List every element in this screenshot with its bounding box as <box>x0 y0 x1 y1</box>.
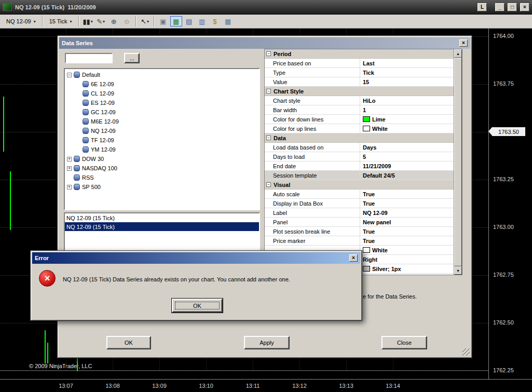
property-value[interactable]: True <box>360 199 454 208</box>
property-row[interactable]: LabelNQ 12-09 <box>265 208 454 218</box>
instrument-search-input[interactable] <box>65 53 113 63</box>
property-group-header[interactable]: −Chart Style <box>265 87 454 96</box>
layout-button[interactable]: L <box>478 3 487 11</box>
property-value[interactable]: Days <box>360 143 454 152</box>
property-group-header[interactable]: −Visual <box>265 180 454 190</box>
ok-button[interactable]: OK <box>106 336 151 349</box>
tree-item[interactable]: TF 12-09 <box>65 136 259 145</box>
apply-button[interactable]: Apply <box>244 336 290 349</box>
scrollbar[interactable]: ▲ ▼ <box>454 49 462 275</box>
indicator-icon[interactable]: ▥ <box>196 16 208 26</box>
property-row[interactable]: Price markerTrue <box>265 236 454 246</box>
scroll-down-icon[interactable]: ▼ <box>454 266 462 275</box>
snapshot-icon[interactable]: ▣ <box>157 16 169 26</box>
chart-window-icon[interactable]: ▤ <box>183 16 195 26</box>
tree-item[interactable]: GC 12-09 <box>65 107 259 117</box>
property-value[interactable]: 1 <box>360 105 454 114</box>
tree-item[interactable]: CL 12-09 <box>65 89 259 98</box>
property-row[interactable]: Load data based onDays <box>265 143 454 152</box>
property-row[interactable]: PanelNew panel <box>265 218 454 227</box>
property-value[interactable]: True <box>360 190 454 198</box>
dialog-titlebar[interactable]: Error × <box>32 252 360 264</box>
tree-item[interactable]: +SP 500 <box>65 182 259 192</box>
list-item[interactable]: NQ 12-09 (15 Tick) <box>65 213 259 222</box>
browse-button[interactable]: ... <box>124 53 140 63</box>
property-row[interactable]: Plot session break lineTrue <box>265 227 454 236</box>
property-row[interactable]: TypeTick <box>265 68 454 77</box>
property-value[interactable]: True <box>360 227 454 236</box>
tree-item[interactable]: M6E 12-09 <box>65 117 259 126</box>
dialog-titlebar[interactable]: Data Series × <box>59 37 470 49</box>
property-value[interactable]: NQ 12-09 <box>360 208 454 217</box>
collapse-icon[interactable]: − <box>266 136 271 140</box>
property-value[interactable]: HiLo <box>360 96 454 105</box>
tree-item[interactable]: RSS <box>65 173 259 182</box>
collapse-icon[interactable]: − <box>266 89 271 93</box>
collapse-icon[interactable]: − <box>67 73 72 77</box>
close-icon[interactable]: × <box>459 39 468 47</box>
tree-item[interactable]: −Default <box>65 70 259 79</box>
minimize-button[interactable]: _ <box>495 3 504 11</box>
property-value[interactable]: Right <box>360 255 454 264</box>
scrollbar-thumb[interactable] <box>454 58 462 266</box>
expand-icon[interactable]: + <box>67 157 72 161</box>
property-value[interactable]: 15 <box>360 77 454 86</box>
price-axis-line <box>488 29 489 379</box>
window-titlebar[interactable]: NQ 12-09 (15 Tick) 11/20/2009 L _ □ × <box>0 0 532 15</box>
property-row[interactable]: Display in Data BoxTrue <box>265 199 454 208</box>
maximize-button[interactable]: □ <box>508 3 517 11</box>
property-value[interactable]: 11/21/2009 <box>360 161 454 170</box>
tree-item[interactable]: +NASDAQ 100 <box>65 164 259 173</box>
property-row[interactable]: Days to load5 <box>265 152 454 161</box>
interval-dropdown[interactable]: 15 Tick ▾ <box>46 17 76 26</box>
ok-button[interactable]: OK <box>172 299 223 313</box>
tree-item-label: DOW 30 <box>82 156 104 162</box>
zoom-in-icon[interactable]: ⊕ <box>108 16 120 26</box>
property-row[interactable]: Value15 <box>265 77 454 87</box>
property-label: Bar width <box>265 105 360 114</box>
tree-item[interactable]: ES 12-09 <box>65 98 259 107</box>
cursor-icon[interactable]: ↖▾ <box>139 16 151 26</box>
property-row[interactable]: Chart styleHiLo <box>265 96 454 105</box>
property-row[interactable]: End date11/21/2009 <box>265 161 454 171</box>
expand-icon[interactable]: + <box>67 166 72 171</box>
scroll-up-icon[interactable]: ▲ <box>454 49 462 58</box>
property-value[interactable]: White <box>360 246 454 254</box>
property-group-header[interactable]: −Period <box>265 49 454 59</box>
property-row[interactable]: Auto scaleTrue <box>265 190 454 199</box>
property-value[interactable]: Lime <box>360 115 454 124</box>
expand-icon[interactable]: + <box>67 185 72 190</box>
coin-icon[interactable]: $ <box>209 16 221 26</box>
data-grid-icon[interactable]: ▦ <box>170 16 182 26</box>
property-value[interactable]: New panel <box>360 218 454 226</box>
property-row[interactable]: Color for down linesLime <box>265 115 454 124</box>
grid-icon[interactable]: ▦ <box>222 16 234 26</box>
tree-item[interactable]: YM 12-09 <box>65 145 259 154</box>
property-value[interactable]: Last <box>360 59 454 67</box>
resize-grip[interactable] <box>462 348 470 356</box>
property-row[interactable]: Session templateDefault 24/5 <box>265 171 454 180</box>
property-row[interactable]: Bar width1 <box>265 105 454 115</box>
collapse-icon[interactable]: − <box>266 182 271 187</box>
property-value[interactable]: Silver; 1px <box>360 264 454 273</box>
tree-item[interactable]: +DOW 30 <box>65 154 259 164</box>
list-item[interactable]: NQ 12-09 (15 Tick) <box>65 222 259 231</box>
close-button[interactable]: × <box>520 3 529 11</box>
property-value[interactable]: 5 <box>360 152 454 161</box>
close-button[interactable]: Close <box>381 336 427 349</box>
property-value[interactable]: True <box>360 236 454 245</box>
property-value[interactable]: Tick <box>360 68 454 77</box>
property-row[interactable]: Price based onLast <box>265 59 454 68</box>
draw-tool-icon[interactable]: ✎▾ <box>95 16 107 26</box>
property-value[interactable]: White <box>360 124 454 133</box>
collapse-icon[interactable]: − <box>266 51 271 56</box>
close-icon[interactable]: × <box>349 254 358 262</box>
tree-item[interactable]: 6E 12-09 <box>65 79 259 89</box>
property-row[interactable]: Color for up linesWhite <box>265 124 454 133</box>
instrument-dropdown[interactable]: NQ 12-09 ▾ <box>3 17 39 26</box>
property-group-header[interactable]: −Data <box>265 133 454 143</box>
zoom-out-icon[interactable]: ⊖ <box>121 16 133 26</box>
tree-item[interactable]: NQ 12-09 <box>65 126 259 136</box>
chart-style-icon[interactable]: ▮▮▾ <box>82 16 94 26</box>
property-value[interactable]: Default 24/5 <box>360 171 454 180</box>
